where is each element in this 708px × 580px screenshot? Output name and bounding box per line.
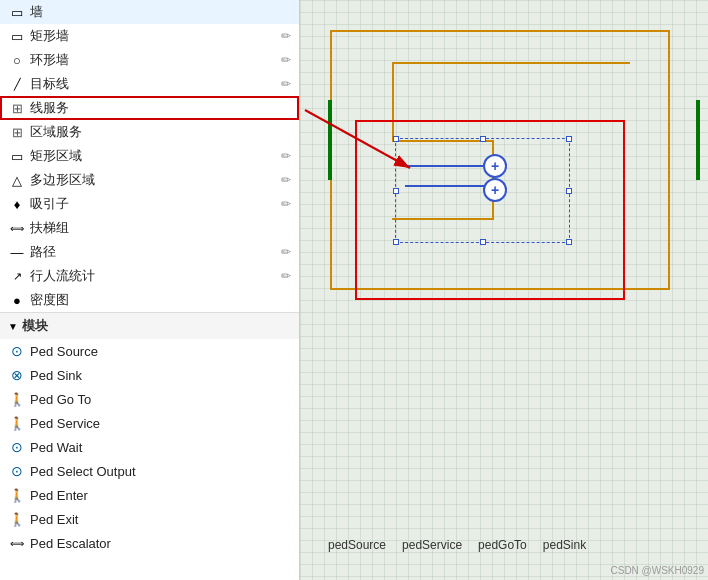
sidebar-item-area-service[interactable]: ⊞ 区域服务 <box>0 120 299 144</box>
sidebar-label-ped-wait: Ped Wait <box>30 440 82 455</box>
sidebar-label-ped-escalator: Ped Escalator <box>30 536 111 551</box>
path-icon: — <box>8 243 26 261</box>
sidebar-item-ped-escalator[interactable]: ⟺ Ped Escalator <box>0 531 299 555</box>
sidebar-label-line-service: 线服务 <box>30 99 69 117</box>
handle-tm <box>480 136 486 142</box>
sidebar-label-target-line: 目标线 <box>30 75 69 93</box>
circle-wall-icon: ○ <box>8 51 26 69</box>
label-ped-go-to: pedGoTo <box>470 538 535 552</box>
sidebar-label-density-map: 密度图 <box>30 291 69 309</box>
sidebar-label-ped-sink: Ped Sink <box>30 368 82 383</box>
ped-escalator-icon: ⟺ <box>8 534 26 552</box>
sidebar-item-circle-wall[interactable]: ○ 环形墙 ✏ <box>0 48 299 72</box>
handle-br <box>566 239 572 245</box>
ped-service-icon: 🚶 <box>8 414 26 432</box>
ped-sink-icon: ⊗ <box>8 366 26 384</box>
sidebar-label-circle-wall: 环形墙 <box>30 51 69 69</box>
sidebar-label-ped-service: Ped Service <box>30 416 100 431</box>
sidebar-item-ped-service[interactable]: 🚶 Ped Service <box>0 411 299 435</box>
ped-go-to-icon: 🚶 <box>8 390 26 408</box>
sidebar-label-escalator-group: 扶梯组 <box>30 219 69 237</box>
ped-stats-icon: ↗ <box>8 267 26 285</box>
canvas-area[interactable]: pedSource pedService pedGoTo pedSink CSD… <box>300 0 708 580</box>
sidebar-label-ped-select-output: Ped Select Output <box>30 464 136 479</box>
target-line-icon: ╱ <box>8 75 26 93</box>
sidebar-item-target-line[interactable]: ╱ 目标线 ✏ <box>0 72 299 96</box>
section-header-modules[interactable]: ▼ 模块 <box>0 312 299 339</box>
edit-icon-rect-wall: ✏ <box>281 29 291 43</box>
sidebar-label-rect-wall: 矩形墙 <box>30 27 69 45</box>
polygon-area-icon: △ <box>8 171 26 189</box>
sidebar-item-ped-source[interactable]: ⊙ Ped Source <box>0 339 299 363</box>
handle-ml <box>393 188 399 194</box>
circle-icon-2 <box>483 178 507 202</box>
sidebar-label-polygon-area: 多边形区域 <box>30 171 95 189</box>
label-ped-sink: pedSink <box>535 538 594 552</box>
handle-bl <box>393 239 399 245</box>
rect-area-icon: ▭ <box>8 147 26 165</box>
edit-icon-target-line: ✏ <box>281 77 291 91</box>
green-line-left <box>328 100 332 180</box>
section-arrow-modules: ▼ <box>8 321 18 332</box>
ped-source-icon: ⊙ <box>8 342 26 360</box>
sidebar-label-ped-go-to: Ped Go To <box>30 392 91 407</box>
ped-exit-icon: 🚶 <box>8 510 26 528</box>
handle-tl <box>393 136 399 142</box>
section-label-modules: 模块 <box>22 317 48 335</box>
edit-icon-rect-area: ✏ <box>281 149 291 163</box>
sidebar-label-path: 路径 <box>30 243 56 261</box>
sidebar-label-area-service: 区域服务 <box>30 123 82 141</box>
sidebar-item-attractor[interactable]: ♦ 吸引子 ✏ <box>0 192 299 216</box>
sidebar-label-ped-enter: Ped Enter <box>30 488 88 503</box>
attractor-icon: ♦ <box>8 195 26 213</box>
edit-icon-circle-wall: ✏ <box>281 53 291 67</box>
escalator-group-icon: ⟺ <box>8 219 26 237</box>
sidebar-label-wall: 墙 <box>30 3 43 21</box>
sidebar-item-ped-exit[interactable]: 🚶 Ped Exit <box>0 507 299 531</box>
sidebar-item-ped-stats[interactable]: ↗ 行人流统计 ✏ <box>0 264 299 288</box>
sidebar-label-attractor: 吸引子 <box>30 195 69 213</box>
sidebar-item-wall[interactable]: ▭ 墙 <box>0 0 299 24</box>
sidebar-item-escalator-group[interactable]: ⟺ 扶梯组 <box>0 216 299 240</box>
blue-hline <box>405 165 485 167</box>
edit-icon-attractor: ✏ <box>281 197 291 211</box>
line-service-icon: ⊞ <box>8 99 26 117</box>
sidebar-item-ped-go-to[interactable]: 🚶 Ped Go To <box>0 387 299 411</box>
sidebar: ▭ 墙 ▭ 矩形墙 ✏ ○ 环形墙 ✏ ╱ 目标线 ✏ ⊞ 线服务 ⊞ 区域服务… <box>0 0 300 580</box>
wall-icon: ▭ <box>8 3 26 21</box>
rect-wall-icon: ▭ <box>8 27 26 45</box>
sidebar-item-density-map[interactable]: ● 密度图 <box>0 288 299 312</box>
sidebar-label-ped-exit: Ped Exit <box>30 512 78 527</box>
blue-hline2 <box>405 185 485 187</box>
watermark: CSDN @WSKH0929 <box>610 565 704 576</box>
handle-mr <box>566 188 572 194</box>
sidebar-label-ped-source: Ped Source <box>30 344 98 359</box>
sidebar-item-ped-wait[interactable]: ⊙ Ped Wait <box>0 435 299 459</box>
sidebar-item-rect-area[interactable]: ▭ 矩形区域 ✏ <box>0 144 299 168</box>
ped-wait-icon: ⊙ <box>8 438 26 456</box>
sidebar-label-ped-stats: 行人流统计 <box>30 267 95 285</box>
sidebar-item-polygon-area[interactable]: △ 多边形区域 ✏ <box>0 168 299 192</box>
sidebar-label-rect-area: 矩形区域 <box>30 147 82 165</box>
edit-icon-ped-stats: ✏ <box>281 269 291 283</box>
sidebar-item-rect-wall[interactable]: ▭ 矩形墙 ✏ <box>0 24 299 48</box>
ped-enter-icon: 🚶 <box>8 486 26 504</box>
handle-tr <box>566 136 572 142</box>
sidebar-item-path[interactable]: — 路径 ✏ <box>0 240 299 264</box>
bottom-labels: pedSource pedService pedGoTo pedSink <box>300 538 708 552</box>
sidebar-item-ped-enter[interactable]: 🚶 Ped Enter <box>0 483 299 507</box>
area-service-icon: ⊞ <box>8 123 26 141</box>
density-map-icon: ● <box>8 291 26 309</box>
inner-top-line <box>392 62 630 64</box>
sidebar-item-line-service[interactable]: ⊞ 线服务 <box>0 96 299 120</box>
ped-select-output-icon: ⊙ <box>8 462 26 480</box>
label-ped-service: pedService <box>394 538 470 552</box>
circle-icon-1 <box>483 154 507 178</box>
edit-icon-path: ✏ <box>281 245 291 259</box>
handle-bm <box>480 239 486 245</box>
green-line-right <box>696 100 700 180</box>
label-ped-source: pedSource <box>320 538 394 552</box>
sidebar-item-ped-sink[interactable]: ⊗ Ped Sink <box>0 363 299 387</box>
sidebar-item-ped-select-output[interactable]: ⊙ Ped Select Output <box>0 459 299 483</box>
edit-icon-polygon-area: ✏ <box>281 173 291 187</box>
